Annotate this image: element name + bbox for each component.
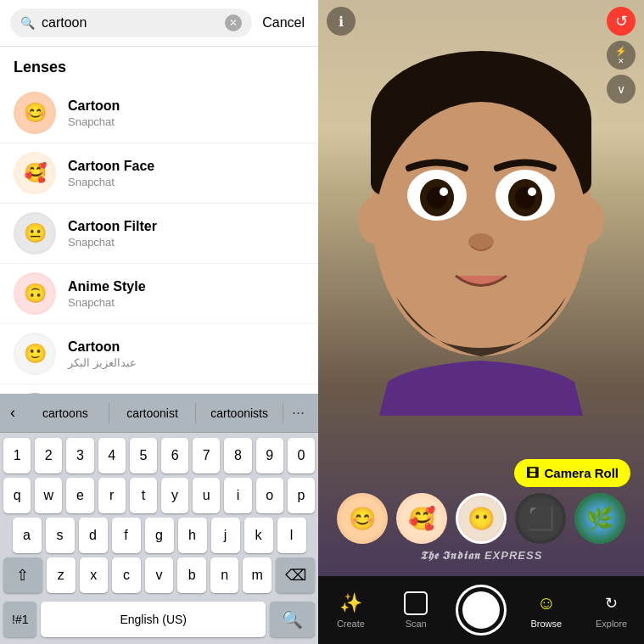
search-input-wrapper[interactable]: 🔍 ✕ xyxy=(10,8,252,37)
lens-avatar-4: 🙂 xyxy=(14,333,56,375)
key-s[interactable]: s xyxy=(46,518,75,553)
lens-author-1: Snapchat xyxy=(68,176,154,188)
lens-avatar-0: 😊 xyxy=(14,92,56,134)
right-panel: ℹ ↺ ⚡✕ ∨ 🎞 Camera Roll 😊🥰😶⬛🌿 𝕿𝖍𝖊 𝕴𝖓𝖉𝖎𝖆𝖓 … xyxy=(318,0,644,644)
lens-strip-item-2[interactable]: 😶 xyxy=(456,493,507,544)
key-h[interactable]: h xyxy=(178,518,207,553)
key-num-7[interactable]: 7 xyxy=(193,438,220,473)
key-num-8[interactable]: 8 xyxy=(224,438,251,473)
flip-camera-button[interactable]: ↺ xyxy=(607,7,636,36)
qwerty-row2: asdfghjkl xyxy=(3,518,315,553)
key-c[interactable]: c xyxy=(112,557,141,593)
key-num-1[interactable]: 1 xyxy=(3,438,31,473)
key-num-9[interactable]: 9 xyxy=(256,438,283,473)
browse-label: Browse xyxy=(530,619,562,629)
key-q[interactable]: q xyxy=(3,478,31,513)
key-v[interactable]: v xyxy=(145,557,174,593)
key-e[interactable]: e xyxy=(66,478,93,513)
browse-icon: ☺ xyxy=(535,591,558,615)
create-label: Create xyxy=(337,619,365,629)
key-num-6[interactable]: 6 xyxy=(161,438,188,473)
nav-item-explore[interactable]: ↻ Explore xyxy=(579,591,644,629)
search-icon: 🔍 xyxy=(20,16,35,30)
capture-inner xyxy=(462,591,500,629)
capture-button[interactable] xyxy=(456,585,507,636)
key-b[interactable]: b xyxy=(177,557,206,593)
key-y[interactable]: y xyxy=(161,478,188,513)
lens-name-4: Cartoon xyxy=(68,339,137,355)
key-u[interactable]: u xyxy=(193,478,220,513)
clear-button[interactable]: ✕ xyxy=(225,14,242,31)
bottom-nav: ✨ Create Scan ☺ Browse ↻ Explore xyxy=(318,576,644,644)
nav-item-browse[interactable]: ☺ Browse xyxy=(513,591,579,629)
search-return-key[interactable]: 🔍 xyxy=(270,602,315,637)
nav-item-scan[interactable]: Scan xyxy=(384,591,449,629)
lens-strip-item-3[interactable]: ⬛ xyxy=(515,493,566,544)
nav-item-create[interactable]: ✨ Create xyxy=(318,591,384,629)
watermark: 𝕿𝖍𝖊 𝕴𝖓𝖉𝖎𝖆𝖓 EXPRESS xyxy=(318,549,644,563)
lens-item-2[interactable]: 😐 Cartoon Filter Snapchat xyxy=(0,204,318,264)
create-icon: ✨ xyxy=(339,591,362,615)
lens-strip-item-1[interactable]: 🥰 xyxy=(396,493,447,544)
key-n[interactable]: n xyxy=(210,557,239,593)
suggestion-0[interactable]: cartoons xyxy=(22,403,109,423)
back-icon[interactable]: ‹ xyxy=(10,402,22,423)
flash-button[interactable]: ⚡✕ xyxy=(607,41,636,70)
info-button[interactable]: ℹ xyxy=(327,7,356,36)
key-f[interactable]: f xyxy=(112,518,141,553)
delete-key[interactable]: ⌫ xyxy=(276,557,315,593)
camera-roll-button[interactable]: 🎞 Camera Roll xyxy=(514,459,630,487)
key-g[interactable]: g xyxy=(145,518,174,553)
lens-item-1[interactable]: 🥰 Cartoon Face Snapchat xyxy=(0,143,318,204)
key-w[interactable]: w xyxy=(35,478,62,513)
lens-info-1: Cartoon Face Snapchat xyxy=(68,159,154,188)
shift-key[interactable]: ⇧ xyxy=(3,557,42,593)
key-o[interactable]: o xyxy=(256,478,283,513)
svg-point-8 xyxy=(440,188,448,196)
lens-author-0: Snapchat xyxy=(68,115,120,128)
key-num-0[interactable]: 0 xyxy=(288,438,315,473)
key-d[interactable]: d xyxy=(79,518,108,553)
search-input[interactable] xyxy=(42,15,218,31)
qwerty-row3: ⇧zxcvbnm⌫ xyxy=(3,557,315,593)
lens-name-2: Cartoon Filter xyxy=(68,219,157,234)
key-a[interactable]: a xyxy=(13,518,42,553)
lens-strip-item-4[interactable]: 🌿 xyxy=(574,493,625,544)
key-i[interactable]: i xyxy=(224,478,251,513)
qwerty-row1: qwertyuiop xyxy=(3,478,315,513)
chevron-down-button[interactable]: ∨ xyxy=(607,75,636,104)
lens-list: 😊 Cartoon Snapchat 🥰 Cartoon Face Snapch… xyxy=(0,83,318,394)
number-row: 1234567890 xyxy=(3,438,315,473)
watermark-text: 𝕿𝖍𝖊 𝕴𝖓𝖉𝖎𝖆𝖓 EXPRESS xyxy=(420,549,543,563)
svg-point-14 xyxy=(358,197,392,244)
scan-icon xyxy=(404,591,428,615)
lens-strip-item-0[interactable]: 😊 xyxy=(337,493,388,544)
lens-item-5[interactable]: 😺 Cartoon Cat Snapchat xyxy=(0,384,318,394)
nav-item-capture[interactable] xyxy=(449,585,514,636)
key-r[interactable]: r xyxy=(98,478,126,513)
key-p[interactable]: p xyxy=(288,478,315,513)
key-num-4[interactable]: 4 xyxy=(98,438,126,473)
lens-item-4[interactable]: 🙂 Cartoon عبدالعزيز البكر xyxy=(0,324,318,384)
suggestion-2[interactable]: cartoonists xyxy=(196,403,283,423)
lens-item-0[interactable]: 😊 Cartoon Snapchat xyxy=(0,83,318,143)
cancel-button[interactable]: Cancel xyxy=(259,12,308,34)
space-key[interactable]: English (US) xyxy=(41,602,266,637)
key-num-5[interactable]: 5 xyxy=(130,438,157,473)
key-num-3[interactable]: 3 xyxy=(66,438,93,473)
key-l[interactable]: l xyxy=(277,518,306,553)
number-switch-key[interactable]: !#1 xyxy=(3,602,36,637)
more-suggestions-icon[interactable]: ··· xyxy=(283,400,308,425)
key-num-2[interactable]: 2 xyxy=(35,438,62,473)
key-j[interactable]: j xyxy=(211,518,240,553)
key-k[interactable]: k xyxy=(244,518,273,553)
suggestion-1[interactable]: cartoonist xyxy=(109,403,197,423)
key-x[interactable]: x xyxy=(80,557,109,593)
key-z[interactable]: z xyxy=(47,557,76,593)
key-t[interactable]: t xyxy=(130,478,157,513)
lens-info-3: Anime Style Snapchat xyxy=(68,279,146,309)
lens-avatar-3: 🙃 xyxy=(14,272,56,315)
lens-avatar-2: 😐 xyxy=(14,212,56,255)
key-m[interactable]: m xyxy=(243,557,272,593)
lens-item-3[interactable]: 🙃 Anime Style Snapchat xyxy=(0,264,318,324)
